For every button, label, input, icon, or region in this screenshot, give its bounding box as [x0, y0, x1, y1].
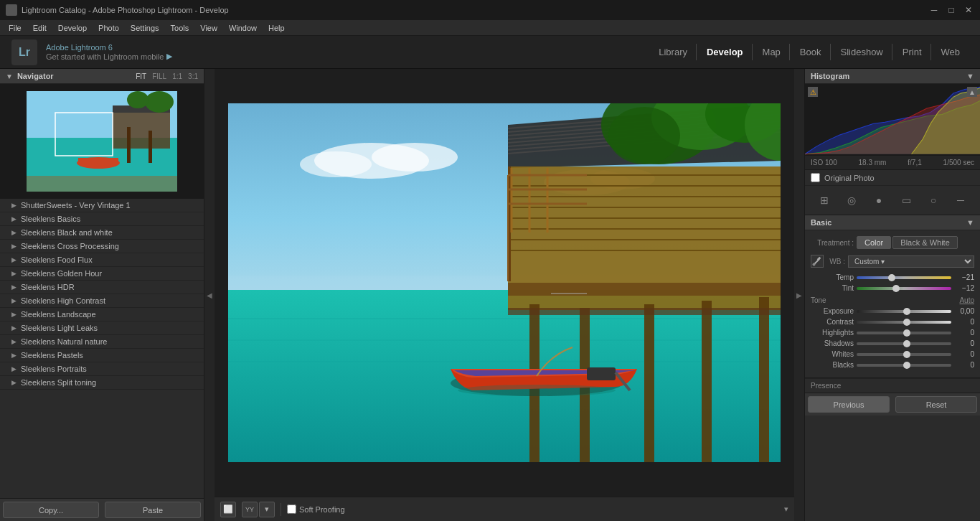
- copy-button[interactable]: Copy...: [3, 502, 99, 518]
- basic-section: Basic ▼ Treatment : Color Black & White: [805, 215, 980, 378]
- shadows-slider-thumb[interactable]: [903, 340, 910, 347]
- graduated-filter-icon[interactable]: ▭: [896, 190, 916, 210]
- preset-arrow-12: ▶: [11, 365, 17, 372]
- close-button[interactable]: ✕: [963, 4, 974, 16]
- wb-select[interactable]: Custom ▾: [848, 255, 974, 268]
- soft-proof-label: Soft Proofing: [299, 505, 345, 514]
- preset-arrow-3: ▶: [11, 243, 17, 250]
- nav-library[interactable]: Library: [650, 44, 697, 60]
- preset-item-8[interactable]: ▶ Sleeklens Landscape: [0, 308, 204, 321]
- radial-filter-icon[interactable]: ○: [923, 190, 943, 210]
- toolbar-expand-button[interactable]: ▾: [784, 504, 788, 514]
- tone-auto-link[interactable]: Auto: [959, 296, 974, 304]
- exposure-slider-track[interactable]: [857, 310, 951, 313]
- preset-item-7[interactable]: ▶ Sleeklens High Contrast: [0, 294, 204, 307]
- highlights-slider-track[interactable]: [857, 332, 951, 334]
- histogram-collapse-button[interactable]: ▼: [966, 72, 974, 80]
- tint-slider-thumb[interactable]: [892, 285, 900, 292]
- preset-item-4[interactable]: ▶ Sleeklens Food Flux: [0, 253, 204, 266]
- temp-slider-thumb[interactable]: [888, 274, 895, 281]
- menu-photo[interactable]: Photo: [93, 20, 125, 35]
- shadows-slider-row: Shadows 0: [811, 339, 974, 347]
- histogram-info: ISO 100 18.3 mm f/7,1 1/500 sec: [805, 156, 980, 169]
- histogram-shadow-warning[interactable]: ⚠: [808, 87, 818, 97]
- red-eye-icon[interactable]: ●: [869, 190, 889, 210]
- crop-overlay-button[interactable]: ⬜: [220, 502, 236, 517]
- svg-rect-44: [702, 301, 712, 462]
- preset-item-12[interactable]: ▶ Sleeklens Portraits: [0, 362, 204, 375]
- left-panel-collapse[interactable]: ◀: [204, 69, 215, 521]
- nav-develop[interactable]: Develop: [698, 44, 753, 60]
- preset-item-11[interactable]: ▶ Sleeklens Pastels: [0, 349, 204, 362]
- nav-slideshow[interactable]: Slideshow: [832, 44, 892, 60]
- nav-print[interactable]: Print: [894, 44, 931, 60]
- top-navigation: Lr Adobe Lightroom 6 Get started with Li…: [0, 36, 980, 69]
- previous-button[interactable]: Previous: [808, 396, 890, 413]
- blacks-slider-thumb[interactable]: [903, 362, 910, 369]
- contrast-slider-track[interactable]: [857, 321, 951, 324]
- treatment-row: Treatment : Color Black & White: [811, 236, 974, 249]
- tagline-arrow[interactable]: ▶: [166, 52, 172, 61]
- nav-book[interactable]: Book: [791, 44, 831, 60]
- menu-edit[interactable]: Edit: [27, 20, 52, 35]
- soft-proof-checkbox[interactable]: [287, 504, 296, 514]
- zoom-fill[interactable]: FILL: [152, 72, 166, 80]
- preset-item-2[interactable]: ▶ Sleeklens Black and white: [0, 226, 204, 239]
- eyedropper-svg: [812, 256, 822, 266]
- basic-collapse-button[interactable]: ▼: [966, 218, 974, 227]
- exposure-slider-thumb[interactable]: [903, 308, 910, 315]
- treatment-color-button[interactable]: Color: [857, 236, 891, 249]
- paste-button[interactable]: Paste: [105, 502, 201, 518]
- preset-arrow-11: ▶: [11, 352, 17, 359]
- reset-button[interactable]: Reset: [895, 396, 977, 413]
- preset-item-13[interactable]: ▶ Sleeklens Split toning: [0, 376, 204, 389]
- nav-thumbnail: [27, 91, 177, 192]
- whites-slider-track[interactable]: [857, 353, 951, 356]
- nav-map[interactable]: Map: [754, 44, 790, 60]
- zoom-3-1[interactable]: 3:1: [188, 72, 198, 80]
- zoom-1-1[interactable]: 1:1: [172, 72, 182, 80]
- blacks-slider-track[interactable]: [857, 364, 951, 367]
- nav-web[interactable]: Web: [933, 44, 969, 60]
- treatment-bw-button[interactable]: Black & White: [892, 236, 957, 249]
- preset-item-6[interactable]: ▶ Sleeklens HDR: [0, 281, 204, 294]
- contrast-slider-thumb[interactable]: [903, 319, 910, 326]
- menu-help[interactable]: Help: [263, 20, 291, 35]
- window-controls[interactable]: ─ □ ✕: [928, 4, 974, 16]
- menu-window[interactable]: Window: [223, 20, 263, 35]
- right-panel-collapse[interactable]: ▶: [794, 69, 804, 521]
- preset-item-5[interactable]: ▶ Sleeklens Golden Hour: [0, 267, 204, 280]
- menu-tools[interactable]: Tools: [165, 20, 195, 35]
- menu-view[interactable]: View: [194, 20, 223, 35]
- menu-file[interactable]: File: [3, 20, 27, 35]
- svg-rect-7: [78, 158, 118, 165]
- histogram-focal: 18.3 mm: [859, 159, 887, 166]
- crop-tool-icon[interactable]: ⊞: [814, 190, 834, 210]
- whites-slider-thumb[interactable]: [903, 351, 910, 358]
- highlights-slider-thumb[interactable]: [903, 329, 910, 337]
- wb-eyedropper-icon[interactable]: [811, 255, 824, 268]
- temp-label: Temp: [811, 273, 854, 281]
- maximize-button[interactable]: □: [946, 4, 957, 16]
- preset-item-9[interactable]: ▶ Sleeklens Light Leaks: [0, 321, 204, 334]
- preset-item-0[interactable]: ▶ ShutterSweets - Very Vintage 1: [0, 199, 204, 212]
- navigator-collapse-button[interactable]: ▼: [6, 72, 13, 80]
- view-mode-btn-1[interactable]: YY: [242, 502, 258, 517]
- preset-item-1[interactable]: ▶ Sleeklens Basics: [0, 212, 204, 225]
- original-photo-checkbox[interactable]: [811, 173, 820, 182]
- view-mode-dropdown[interactable]: ▾: [259, 502, 275, 517]
- soft-proofing-toggle[interactable]: Soft Proofing: [287, 504, 345, 514]
- adjustment-brush-icon[interactable]: ─: [951, 190, 971, 210]
- temp-slider-track[interactable]: [857, 276, 951, 279]
- preset-item-3[interactable]: ▶ Sleeklens Cross Processing: [0, 240, 204, 253]
- spot-removal-icon[interactable]: ◎: [842, 190, 862, 210]
- svg-point-64: [458, 385, 616, 396]
- preset-item-10[interactable]: ▶ Sleeklens Natural nature: [0, 335, 204, 348]
- zoom-fit[interactable]: FIT: [136, 72, 146, 80]
- minimize-button[interactable]: ─: [928, 4, 940, 16]
- menu-settings[interactable]: Settings: [125, 20, 165, 35]
- shadows-slider-track[interactable]: [857, 342, 951, 345]
- menu-develop[interactable]: Develop: [52, 20, 93, 35]
- histogram-highlight-warning[interactable]: ▲: [967, 87, 977, 97]
- tint-slider-track[interactable]: [857, 287, 951, 290]
